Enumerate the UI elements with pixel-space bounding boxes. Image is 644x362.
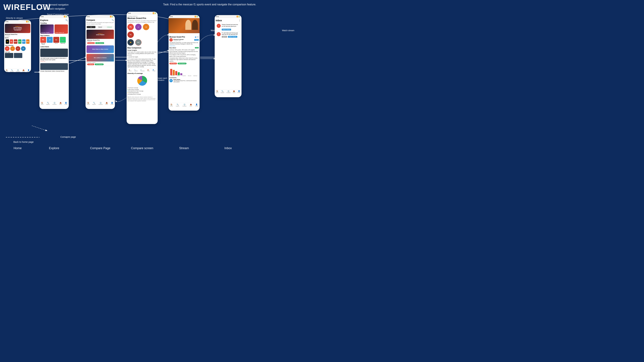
home-nav-inbox[interactable]: 📥 Inbox [22, 69, 25, 72]
news-read-more-1[interactable]: Read more... [40, 61, 68, 62]
cs-nav-compare[interactable]: ⚖️Compare [140, 69, 144, 71]
stream-nav-compare[interactable]: ⚖️Compare [182, 104, 186, 107]
live-thumb-2[interactable] [14, 53, 22, 58]
cs-nav-profile[interactable]: 👤Profile [152, 69, 156, 71]
compare-nav-explore[interactable]: 🔍Explore [92, 102, 96, 105]
compare-item-westham[interactable]: West Ham vs Man United [86, 45, 114, 53]
inbox-title: Inbox [216, 19, 222, 22]
explore-bottom-label: Explore [40, 146, 69, 150]
stream-back[interactable]: ← [170, 34, 199, 36]
inbox-nav-profile[interactable]: 👤Profile [238, 90, 240, 93]
cs-nav-explore[interactable]: 🔍Explore [134, 69, 138, 71]
stream-unbiased-pill: 64% Unbiased [178, 63, 186, 64]
explore-nav-compare[interactable]: ⚖️Compare [52, 102, 56, 105]
explore-news-label: Latest News [40, 46, 68, 48]
following-avatar-1[interactable]: P1 [5, 46, 10, 51]
bar-mercedes [170, 69, 172, 75]
content-analysis-text: In F1 content creators show varying leve… [128, 58, 157, 67]
stream-nav-home[interactable]: 🏠Home [170, 104, 173, 107]
stream-video-thumb[interactable] [168, 18, 200, 33]
sport-icon-afl[interactable]: AFL [26, 39, 30, 44]
explore-search-icon[interactable]: 🔍 [66, 19, 68, 21]
tab-biased[interactable]: Biased [96, 26, 105, 28]
cs-nav-home[interactable]: 🏠Home [129, 69, 132, 71]
explore-nav-explore[interactable]: 🔍Explore [46, 102, 50, 105]
inbox-nav-inbox[interactable]: 📥Inbox [233, 90, 235, 93]
home-nav-profile[interactable]: 👤 Profile [27, 69, 30, 72]
tab-unbiased[interactable]: Unbiased [105, 26, 114, 28]
arrow-back-explore-home [6, 137, 40, 137]
following-avatar-2[interactable]: F [10, 46, 15, 51]
compare-nav-inbox[interactable]: 📥Inbox [106, 102, 108, 105]
sport-icon-mma[interactable]: MMA [14, 39, 18, 44]
explore-nav-home[interactable]: 🏠Home [41, 102, 44, 105]
cs-nav-inbox[interactable]: 📥Inbox [148, 69, 150, 71]
stream-nav-inbox[interactable]: 📥Inbox [190, 104, 192, 107]
compare-f1-sub: Formula 1 [87, 41, 113, 42]
explore-nav-profile[interactable]: 👤Profile [64, 102, 68, 105]
note-text: We utilise advanced, industry-standard s… [128, 96, 156, 101]
sport-icon-wwe[interactable]: W [6, 39, 9, 44]
home-nav-home[interactable]: 🏠 Home [5, 69, 8, 72]
explore-news-2[interactable]: Preview: Manchester United v Arsenal Wom… [40, 63, 68, 72]
creator-circle-p1[interactable]: P1 [128, 24, 134, 30]
tab-all[interactable]: All [87, 26, 96, 28]
creator-p1[interactable]: P1 Matt and Tommy [40, 37, 46, 45]
trending-item-1[interactable]: Colorado Rapids... [40, 24, 54, 34]
home-nav-compare[interactable]: ⚖️ Compare [16, 69, 20, 72]
inbox-status-bar: 9:41 📶🔋 [215, 15, 242, 18]
arrow-compare-screen [116, 57, 128, 57]
stream-sentiment: Sentiment: 60% positive, 25% neutral, 10… [170, 49, 199, 51]
inbox-ignore-btn[interactable]: Ignore [222, 36, 227, 38]
inbox-nav-home[interactable]: 🏠Home [216, 90, 218, 93]
following-avatar-3[interactable]: F1 [16, 46, 20, 51]
creator-circle-racing[interactable]: 🏎 [135, 24, 142, 30]
creator-swim[interactable]: 🏊 Swimming [60, 37, 66, 45]
inbox-msg-2[interactable]: P P1 with Matt and Tommy just went live … [216, 31, 240, 38]
stream-read-more[interactable]: Read More. [170, 45, 199, 46]
inbox-menu-icon[interactable]: ⋮ [238, 19, 240, 22]
news-title-1: Toto Wolff reveals 'serious trouble' for… [40, 57, 68, 60]
inbox-nav-compare[interactable]: ⚖️Compare [226, 90, 230, 93]
bias-meter-label: Bias Meter [170, 47, 176, 49]
stream-title: Mexican Grand Prix [170, 36, 185, 38]
compare-nav-compare[interactable]: ⚖️Compare [98, 102, 103, 105]
chart-label-ferrari: Ferrari [176, 75, 181, 76]
inbox-watch-btn-1[interactable]: Watch Stream [222, 29, 231, 30]
compare-nav-home[interactable]: 🏠Home [87, 102, 90, 105]
explore-news-1[interactable]: Toto Wolff reveals 'serious trouble' for… [40, 48, 68, 62]
sport-icon-f1[interactable]: F1 [10, 39, 13, 44]
creator-circle-mma[interactable]: M [143, 24, 149, 30]
watch-stream-label2: Watch stream [282, 29, 294, 32]
explore-creators-label: Top Creators [40, 35, 68, 36]
inbox-msg-2-text: P1 with Matt and Tommy just went live fo… [222, 32, 240, 35]
creator-circle-f1[interactable]: F1 [128, 31, 134, 38]
compare-item-f1[interactable]: FORMULA 1 GRAN PREMIO Mexican Grand Prix… [86, 29, 114, 44]
compare-f1-title: Mexican Grand Prix [87, 39, 113, 41]
home-nav-explore[interactable]: 🔍 Explore [10, 69, 14, 72]
stream-nav-explore[interactable]: 🔍Explore [176, 104, 179, 107]
creator-f1tv[interactable]: F1 F1 TV [53, 37, 59, 45]
inbox-watch-btn-2[interactable]: Watch Stream [228, 36, 237, 38]
creator-circle-pit[interactable]: PIT [135, 39, 142, 45]
creator-circle-5[interactable]: 👊 [128, 39, 134, 45]
creator-racing[interactable]: 🏎 [47, 37, 53, 45]
sport-icon-nba[interactable]: NBA [22, 39, 26, 44]
explore-nav-inbox[interactable]: 📥Inbox [59, 102, 62, 105]
sport-icon-ufc[interactable]: UFC [18, 39, 22, 44]
stream-follow-btn[interactable]: Follow [194, 39, 199, 41]
live-thumb-1[interactable] [5, 53, 13, 58]
stream-nav-profile[interactable]: 👤Profile [195, 104, 198, 107]
compare-item-chelsea[interactable]: Mcn united vs Chelsea Premier League 7% … [86, 54, 114, 66]
stream-bar-chart [170, 65, 199, 75]
following-avatar-4[interactable]: SW [21, 46, 26, 51]
compare-nav-profile[interactable]: 👤Profile [111, 102, 114, 105]
compare-page-label: Comapre page [60, 136, 76, 138]
inbox-msg-1[interactable]: P Pitstop Podcast just went live for the… [216, 23, 240, 31]
stream-bottom-label: Stream [168, 146, 200, 150]
inbox-nav-explore[interactable]: 🔍Explore [221, 90, 224, 93]
trending-item-2[interactable]: United States GP [54, 24, 68, 34]
stream-description: The Mexican Grand Prix, is a motor racin… [170, 42, 199, 45]
home-event-sub: Formula 1 [5, 35, 30, 36]
compare-search-icon[interactable]: 🔍 [112, 19, 114, 21]
